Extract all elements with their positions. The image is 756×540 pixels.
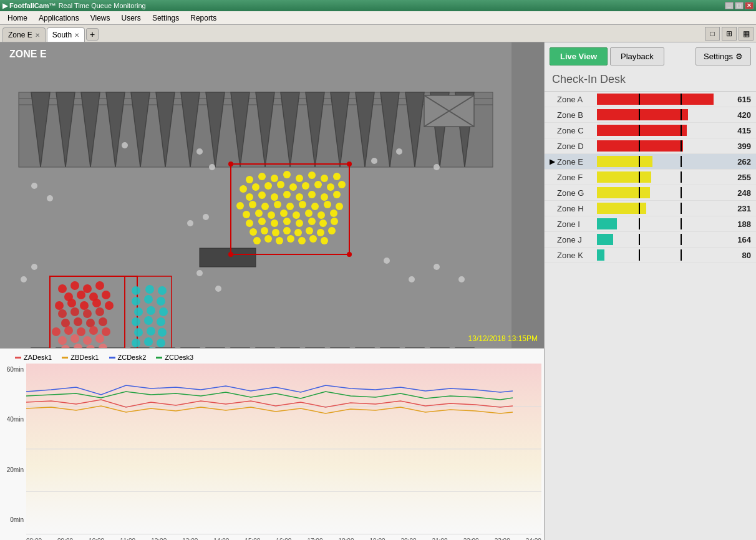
svg-point-148 — [70, 334, 79, 343]
zone-bar-container — [597, 171, 724, 183]
svg-point-128 — [102, 291, 110, 299]
zone-row-zone-g[interactable]: Zone G 248 — [545, 185, 756, 201]
zone-bar-container — [597, 234, 724, 245]
timestamp: 13/12/2018 13:15PM — [468, 334, 538, 343]
svg-point-164 — [147, 306, 155, 315]
zone-count: 80 — [726, 251, 751, 260]
svg-point-67 — [314, 181, 322, 188]
zone-arrow: ▶ — [550, 157, 557, 166]
svg-point-53 — [246, 176, 253, 183]
time-series-chart — [26, 364, 541, 534]
tab-zone-e[interactable]: Zone E ✕ — [2, 27, 46, 42]
zone-bar-container — [597, 156, 724, 167]
svg-point-56 — [283, 171, 291, 178]
svg-point-90 — [280, 210, 288, 217]
svg-point-192 — [21, 276, 27, 282]
zone-row-zone-b[interactable]: Zone B 420 — [545, 107, 756, 123]
legend-color-zadesk1 — [15, 357, 21, 359]
zone-name: Zone B — [557, 110, 594, 120]
svg-point-180 — [196, 148, 203, 155]
svg-point-84 — [311, 203, 319, 210]
zone-tick-2 — [681, 249, 682, 261]
menu-home[interactable]: Home — [2, 12, 32, 24]
zone-row-zone-a[interactable]: Zone A 615 — [545, 92, 756, 107]
menu-bar: Home Applications Views Users Settings R… — [0, 11, 756, 25]
svg-point-60 — [333, 173, 341, 180]
zone-row-zone-c[interactable]: Zone C 415 — [545, 123, 756, 138]
svg-point-71 — [258, 191, 266, 199]
zone-tick-2 — [681, 94, 682, 105]
svg-rect-0 — [0, 42, 511, 348]
zone-bar — [597, 94, 714, 105]
menu-users[interactable]: Users — [117, 12, 146, 24]
zone-count: 415 — [726, 126, 751, 135]
svg-point-109 — [317, 229, 324, 236]
zone-row-zone-f[interactable]: Zone F 255 — [545, 170, 756, 185]
svg-point-101 — [319, 219, 327, 227]
section-title: Check-In Desk — [545, 70, 756, 92]
svg-point-75 — [308, 191, 316, 198]
menu-applications[interactable]: Applications — [34, 12, 84, 24]
menu-reports[interactable]: Reports — [185, 12, 221, 24]
zone-row-zone-h[interactable]: Zone H 231 — [545, 201, 756, 216]
menu-settings[interactable]: Settings — [147, 12, 184, 24]
svg-point-159 — [158, 286, 167, 295]
svg-point-165 — [159, 307, 168, 316]
svg-point-191 — [31, 264, 37, 270]
zone-row-zone-d[interactable]: Zone D 399 — [545, 138, 756, 154]
svg-point-74 — [296, 193, 303, 201]
svg-point-107 — [294, 229, 302, 236]
zone-bar-container — [597, 109, 724, 120]
tab-close-zone-e[interactable]: ✕ — [35, 32, 40, 39]
maximize-button[interactable]: □ — [735, 2, 744, 9]
svg-point-160 — [132, 297, 140, 306]
svg-point-185 — [384, 258, 390, 264]
svg-point-112 — [264, 235, 272, 243]
zone-bar — [597, 171, 651, 183]
live-view-button[interactable]: Live View — [550, 47, 608, 65]
zone-count: 420 — [726, 110, 751, 120]
tab-close-south[interactable]: ✕ — [74, 32, 79, 39]
view-grid2-button[interactable]: ⊞ — [722, 27, 737, 41]
zone-bar-container — [597, 249, 724, 261]
minimize-button[interactable]: _ — [725, 2, 734, 9]
zone-bar — [597, 156, 652, 167]
svg-point-80 — [261, 203, 269, 210]
svg-point-66 — [302, 182, 309, 190]
add-tab-button[interactable]: + — [86, 28, 99, 41]
svg-point-117 — [321, 237, 328, 244]
zone-name: Zone G — [557, 188, 594, 198]
zone-row-zone-e[interactable]: ▶ Zone E 262 — [545, 154, 756, 170]
zone-tick-1 — [639, 109, 640, 120]
floor-plan-svg — [0, 42, 511, 348]
svg-point-124 — [95, 281, 104, 290]
zone-bar — [597, 249, 604, 261]
window-controls[interactable]: _ □ ✕ — [725, 2, 754, 9]
view-single-button[interactable]: □ — [705, 27, 720, 41]
svg-point-163 — [134, 307, 143, 316]
svg-point-87 — [243, 211, 250, 218]
zone-tick-2 — [681, 156, 682, 167]
svg-point-108 — [306, 227, 313, 234]
zone-count: 255 — [726, 173, 751, 182]
menu-views[interactable]: Views — [85, 12, 115, 24]
playback-button[interactable]: Playback — [610, 47, 664, 65]
svg-point-70 — [246, 193, 253, 201]
svg-point-79 — [249, 201, 256, 208]
svg-point-81 — [274, 201, 281, 208]
zone-name: Zone C — [557, 126, 594, 135]
view-grid3-button[interactable]: ▦ — [739, 27, 754, 41]
settings-button[interactable]: Settings ⚙ — [695, 47, 751, 65]
zone-row-zone-i[interactable]: Zone I 188 — [545, 216, 756, 232]
svg-point-57 — [296, 175, 303, 182]
svg-point-96 — [258, 218, 266, 225]
svg-point-63 — [264, 182, 272, 190]
zone-row-zone-k[interactable]: Zone K 80 — [545, 248, 756, 263]
svg-point-135 — [70, 307, 79, 316]
close-button[interactable]: ✕ — [745, 2, 754, 9]
svg-point-146 — [102, 327, 110, 336]
tab-south[interactable]: South ✕ — [47, 27, 85, 42]
svg-point-182 — [371, 158, 377, 164]
zone-row-zone-j[interactable]: Zone J 164 — [545, 232, 756, 248]
svg-point-193 — [187, 220, 193, 226]
